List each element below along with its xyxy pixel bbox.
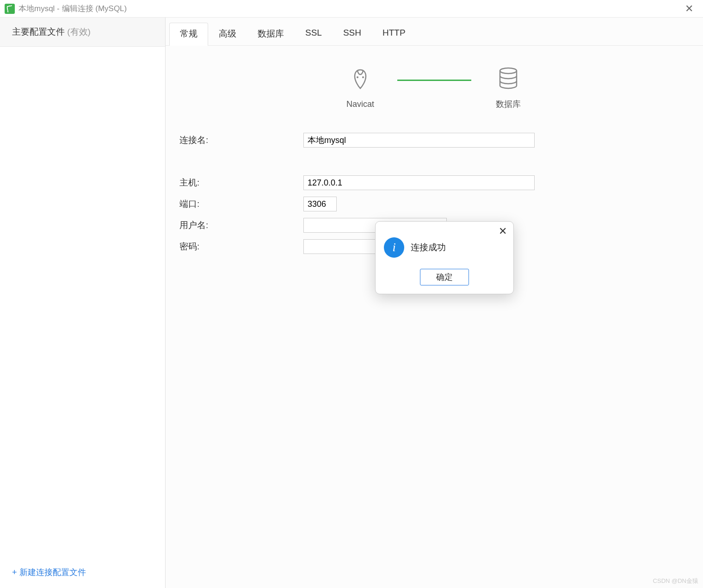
svg-point-0 [357,76,358,78]
tab-ssh[interactable]: SSH [333,23,372,46]
tab-advanced[interactable]: 高级 [208,23,247,46]
svg-point-2 [500,68,517,74]
database-icon [494,64,522,92]
port-input[interactable] [303,197,337,211]
tab-http[interactable]: HTTP [372,23,416,46]
connection-diagram: Navicat 数据库 [166,46,703,114]
connection-line [397,80,471,81]
tab-database[interactable]: 数据库 [247,23,295,46]
sidebar-header: 主要配置文件 (有效) [0,18,165,46]
titlebar: 本地mysql - 编辑连接 (MySQL) ✕ [0,0,703,18]
tabs: 常规 高级 数据库 SSL SSH HTTP [166,18,703,46]
navicat-icon [346,65,374,93]
message-dialog: ✕ i 连接成功 确定 [375,221,514,294]
diagram-right-label: 数据库 [496,99,521,110]
close-icon[interactable]: ✕ [680,3,698,15]
watermark: CSDN @DN金猿 [653,577,698,585]
host-label: 主机: [179,177,303,189]
app-icon [5,4,15,14]
dialog-message: 连接成功 [411,241,446,254]
connection-name-input[interactable] [303,133,535,148]
sidebar-header-label: 主要配置文件 [12,27,65,37]
sidebar: 主要配置文件 (有效) + 新建连接配置文件 [0,18,166,588]
window-title: 本地mysql - 编辑连接 (MySQL) [18,3,680,14]
password-label: 密码: [179,241,303,253]
dialog-close-icon[interactable]: ✕ [499,225,507,237]
host-input[interactable] [303,175,535,190]
port-label: 端口: [179,198,303,210]
svg-point-1 [362,76,364,78]
content: 常规 高级 数据库 SSL SSH HTTP Navicat [166,18,703,588]
sidebar-header-suffix: (有效) [67,27,91,37]
dialog-ok-button[interactable]: 确定 [420,269,469,285]
tab-general[interactable]: 常规 [169,23,208,46]
username-label: 用户名: [179,219,303,231]
sidebar-body [0,46,165,559]
tab-ssl[interactable]: SSL [295,23,333,46]
info-icon: i [384,237,404,258]
diagram-left-label: Navicat [346,99,374,109]
new-profile-button[interactable]: + 新建连接配置文件 [0,559,165,588]
connection-name-label: 连接名: [179,134,303,146]
